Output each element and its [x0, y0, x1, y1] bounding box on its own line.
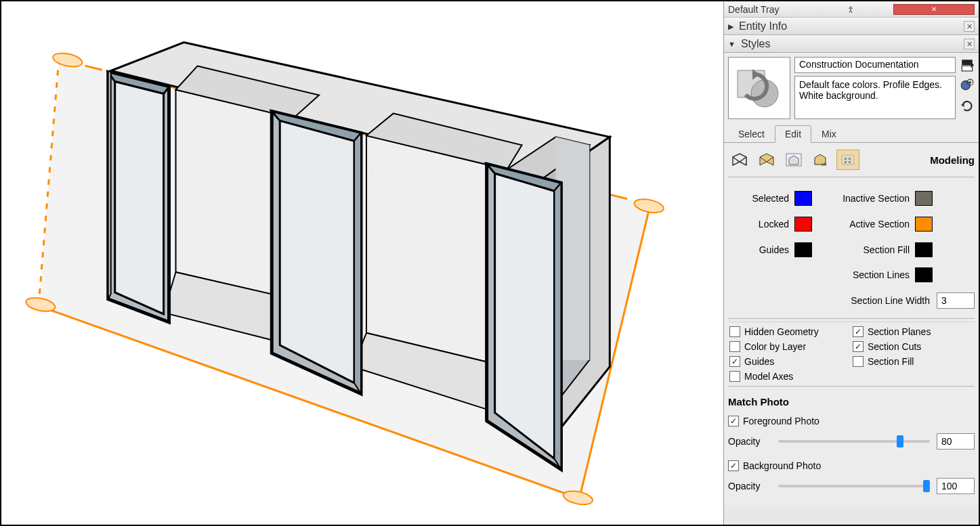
section-fill-color-label: Section Fill	[834, 244, 915, 255]
background-photo-checkbox[interactable]: ✓	[728, 460, 739, 471]
foreground-photo-checkbox[interactable]: ✓	[728, 416, 739, 426]
svg-point-3	[562, 489, 594, 507]
inactive-section-label: Inactive Section	[834, 193, 915, 204]
visibility-checkboxes: Hidden Geometry ✓Section Planes Color by…	[728, 322, 975, 387]
active-section-swatch[interactable]	[915, 217, 933, 232]
watermark-settings-icon[interactable]: ok	[809, 150, 832, 170]
guides-color-label: Guides	[728, 244, 794, 255]
close-icon[interactable]: ✕	[893, 4, 975, 15]
panel-styles-title: Styles	[741, 38, 964, 50]
style-select-icon[interactable]	[960, 58, 974, 72]
collapse-icon: ▼	[728, 40, 736, 48]
toolbar-section-label: Modeling	[930, 154, 975, 166]
styles-tabs: Select Edit Mix	[724, 125, 979, 143]
panel-styles-header[interactable]: ▼ Styles ✕	[724, 35, 979, 53]
tab-select[interactable]: Select	[728, 125, 775, 143]
background-photo-label: Background Photo	[743, 460, 821, 471]
svg-rect-20	[849, 158, 851, 160]
expand-icon: ▶	[728, 22, 733, 31]
svg-rect-22	[849, 161, 851, 163]
section-fill-color-swatch[interactable]	[915, 242, 933, 257]
tray-titlebar[interactable]: Default Tray ✕	[724, 1, 979, 18]
section-line-width-label: Section Line Width	[728, 295, 937, 306]
guides-checkbox-label: Guides	[744, 356, 774, 367]
tray-panel: Default Tray ✕ ▶ Entity Info ✕ ▼ Styles …	[723, 1, 979, 525]
model-canvas[interactable]	[1, 1, 723, 525]
foreground-opacity-value[interactable]: 80	[937, 433, 975, 450]
section-cuts-checkbox[interactable]: ✓	[853, 341, 864, 352]
style-new-icon[interactable]	[960, 79, 974, 92]
tray-title-text: Default Tray	[728, 4, 808, 15]
color-by-layer-label: Color by Layer	[744, 341, 806, 352]
svg-rect-21	[845, 161, 847, 163]
foreground-photo-label: Foreground Photo	[743, 416, 819, 426]
style-name-input[interactable]: Construction Documentation	[794, 57, 956, 73]
style-update-icon[interactable]	[960, 99, 974, 112]
styles-panel-body: Construction Documentation Default face …	[724, 53, 979, 505]
section-fill-checkbox-label: Section Fill	[868, 356, 914, 367]
foreground-opacity-label: Opacity	[728, 436, 771, 447]
svg-rect-19	[845, 158, 847, 160]
panel-close-icon[interactable]: ✕	[964, 39, 975, 49]
tab-edit[interactable]: Edit	[775, 125, 811, 143]
section-planes-label: Section Planes	[868, 326, 931, 337]
guides-checkbox[interactable]: ✓	[729, 356, 740, 367]
background-opacity-value[interactable]: 100	[937, 478, 975, 494]
modeling-color-grid: Selected Inactive Section Locked Active …	[728, 180, 975, 319]
color-by-layer-checkbox[interactable]	[729, 341, 740, 352]
tab-mix[interactable]: Mix	[811, 125, 847, 143]
section-lines-color-label: Section Lines	[834, 269, 915, 280]
viewport-3d[interactable]	[1, 1, 723, 525]
svg-rect-9	[962, 66, 973, 71]
svg-text:ok: ok	[822, 162, 827, 167]
style-description-input[interactable]: Default face colors. Profile Edges. Whit…	[794, 76, 956, 119]
match-photo-heading: Match Photo	[728, 389, 975, 412]
guides-color-swatch[interactable]	[794, 242, 812, 257]
model-axes-checkbox[interactable]	[729, 371, 740, 382]
panel-entity-info-header[interactable]: ▶ Entity Info ✕	[724, 18, 979, 35]
locked-color-swatch[interactable]	[794, 217, 812, 232]
model-axes-label: Model Axes	[744, 371, 793, 382]
hidden-geometry-checkbox[interactable]	[729, 326, 740, 337]
locked-color-label: Locked	[728, 219, 794, 229]
svg-rect-18	[842, 155, 854, 165]
active-section-label: Active Section	[834, 219, 915, 229]
section-planes-checkbox[interactable]: ✓	[853, 326, 864, 337]
svg-rect-8	[962, 60, 973, 65]
inactive-section-swatch[interactable]	[915, 191, 933, 206]
selected-color-label: Selected	[728, 193, 794, 204]
panel-close-icon[interactable]: ✕	[964, 21, 975, 32]
selected-color-swatch[interactable]	[794, 191, 812, 206]
background-opacity-label: Opacity	[728, 481, 771, 491]
section-fill-checkbox[interactable]	[853, 356, 864, 367]
style-thumbnail[interactable]	[728, 57, 790, 119]
background-opacity-slider[interactable]	[778, 485, 930, 487]
hidden-geometry-label: Hidden Geometry	[744, 326, 819, 337]
edge-settings-icon[interactable]	[728, 150, 751, 170]
foreground-opacity-slider[interactable]	[778, 440, 930, 443]
pin-icon[interactable]	[811, 4, 891, 15]
face-settings-icon[interactable]	[755, 150, 778, 170]
section-cuts-label: Section Cuts	[868, 341, 921, 352]
background-settings-icon[interactable]	[782, 150, 805, 170]
section-lines-color-swatch[interactable]	[915, 267, 933, 282]
edit-subtoolbar: ok Modeling	[728, 146, 975, 177]
section-line-width-input[interactable]	[937, 292, 975, 309]
panel-entity-info-title: Entity Info	[739, 20, 964, 32]
modeling-settings-icon[interactable]	[836, 150, 859, 170]
svg-point-1	[51, 51, 83, 69]
